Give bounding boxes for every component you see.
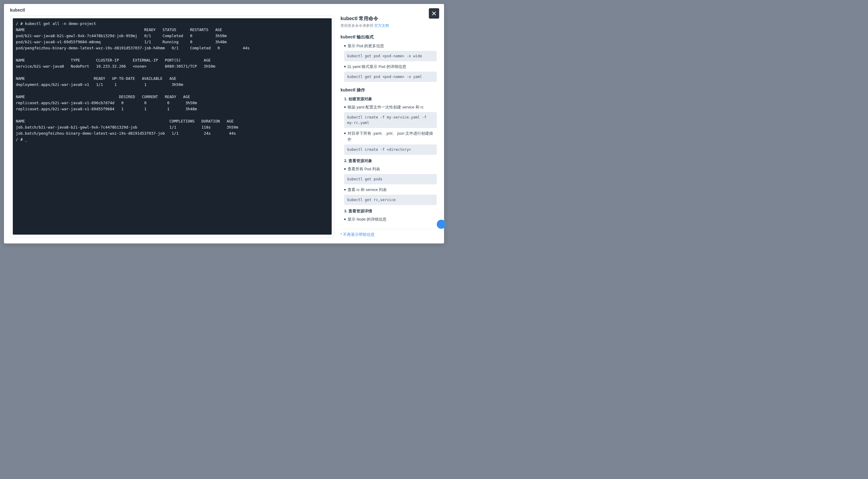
floating-action-button[interactable] (437, 220, 446, 229)
terminal-cursor: _ (25, 137, 27, 143)
bullet-icon (344, 132, 346, 134)
help-panel: kubectl 常用命令 查阅更多命令请参照 官方文档 kubectl 输出格式… (341, 16, 438, 237)
docs-link[interactable]: 官方文档 (374, 24, 389, 28)
help-title: kubectl 常用命令 (341, 16, 437, 22)
bullet-icon (344, 66, 346, 67)
help-sub-text: 查阅更多命令请参照 (341, 24, 374, 28)
modal-body: / # kubectl get all -n demo-project NAME… (4, 16, 444, 243)
close-icon (431, 11, 437, 16)
ops-step-title: 2. 查看资源对象 (344, 158, 437, 163)
help-item: 对目录下所有 .yaml、.yml、.json 文件进行创建操作 (344, 130, 437, 143)
section-ops-title: kubectl 操作 (341, 87, 437, 93)
ops-step-title: 1. 创建资源对象 (344, 97, 437, 102)
help-footer: * 不再显示帮助信息 (341, 229, 438, 237)
help-item: 查看 rc 和 service 列表 (344, 187, 437, 193)
close-button[interactable] (429, 8, 439, 19)
modal-header: kubectl (4, 4, 444, 16)
help-subtitle: 查阅更多命令请参照 官方文档 (341, 23, 437, 28)
bullet-icon (344, 189, 346, 190)
help-text: 显示 Node 的详细信息 (347, 216, 386, 222)
code-snippet: kubectl get pods (344, 174, 437, 184)
terminal-output: / # kubectl get all -n demo-project NAME… (16, 21, 250, 142)
kubectl-modal: kubectl / # kubectl get all -n demo-proj… (4, 4, 444, 243)
modal-title: kubectl (10, 8, 25, 12)
terminal[interactable]: / # kubectl get all -n demo-project NAME… (13, 18, 332, 235)
help-text: 以 yaml 格式显示 Pod 的详细信息 (347, 64, 406, 70)
code-snippet: kubectl get pod <pod-name> -o yaml (344, 71, 437, 82)
help-item: 显示 Node 的详细信息 (344, 216, 437, 222)
help-item: 根据 yaml 配置文件一次性创建 service 和 rc (344, 104, 437, 110)
ops-step-title: 3. 查看资源详情 (344, 209, 437, 214)
hide-help-link[interactable]: * 不再显示帮助信息 (341, 233, 375, 237)
section-output-title: kubectl 输出格式 (341, 34, 437, 40)
bullet-icon (344, 106, 346, 108)
help-text: 对目录下所有 .yaml、.yml、.json 文件进行创建操作 (347, 130, 437, 143)
code-snippet: kubectl get pod <pod-name> -o wide (344, 51, 437, 61)
help-text: 查看所有 Pod 列表 (347, 166, 380, 172)
help-item: 查看所有 Pod 列表 (344, 166, 437, 172)
terminal-container: / # kubectl get all -n demo-project NAME… (10, 16, 334, 237)
help-item: 显示 Pod 的更多信息 (344, 43, 437, 49)
bullet-icon (344, 168, 346, 170)
help-scroll[interactable]: kubectl 常用命令 查阅更多命令请参照 官方文档 kubectl 输出格式… (341, 16, 438, 227)
code-snippet: kubectl get rc,service (344, 195, 437, 205)
code-snippet: kubectl create -f <directory> (344, 144, 437, 155)
bullet-icon (344, 218, 346, 220)
bullet-icon (344, 45, 346, 47)
help-text: 查看 rc 和 service 列表 (347, 187, 387, 193)
help-text: 根据 yaml 配置文件一次性创建 service 和 rc (347, 104, 424, 110)
code-snippet: kubectl create -f my-service.yaml -f my-… (344, 112, 437, 128)
help-item: 以 yaml 格式显示 Pod 的详细信息 (344, 64, 437, 70)
help-text: 显示 Pod 的更多信息 (347, 43, 384, 49)
